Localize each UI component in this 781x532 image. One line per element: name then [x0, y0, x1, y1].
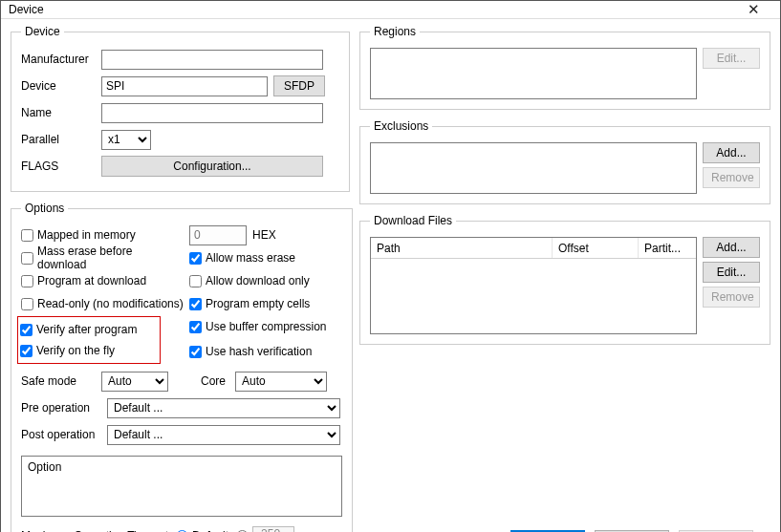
download-files-legend: Download Files — [370, 214, 456, 227]
regions-group: Regions Edit... — [359, 25, 770, 110]
titlebar: Device ✕ — [1, 1, 780, 19]
download-files-remove-button: Remove — [703, 287, 760, 308]
device-label: Device — [21, 79, 96, 93]
manufacturer-label: Manufacturer — [21, 53, 96, 66]
right-column: Regions Edit... Exclusions Add... Remove — [359, 25, 770, 532]
pre-op-select[interactable]: Default ... — [107, 398, 340, 418]
post-op-label: Post operation — [21, 428, 101, 441]
hex-input — [189, 225, 247, 245]
options-legend: Options — [21, 202, 68, 215]
download-files-add-button[interactable]: Add... — [703, 237, 760, 258]
safe-mode-select[interactable]: Auto — [101, 372, 168, 392]
device-group: Device Manufacturer Device SFDP Name Par… — [11, 25, 350, 192]
use-hash-checkbox[interactable]: Use hash verification — [189, 341, 342, 362]
parallel-label: Parallel — [21, 133, 96, 146]
exclusions-remove-button: Remove — [703, 167, 760, 188]
allow-mass-erase-checkbox[interactable]: Allow mass erase — [189, 247, 342, 268]
regions-legend: Regions — [370, 25, 420, 38]
timeout-custom-radio[interactable]: 250 — [236, 526, 294, 532]
core-select[interactable]: Auto — [235, 372, 327, 392]
sfdp-button[interactable]: SFDP — [273, 75, 325, 96]
program-at-download-checkbox[interactable]: Program at download — [21, 270, 184, 291]
option-textarea[interactable]: Option — [21, 456, 342, 517]
verify-after-checkbox[interactable]: Verify after program — [20, 319, 158, 340]
pre-op-label: Pre operation — [21, 401, 101, 415]
download-files-header: Path Offset Partit... — [371, 238, 696, 259]
manufacturer-input[interactable] — [101, 50, 323, 70]
flags-label: FLAGS — [21, 160, 96, 173]
allow-download-only-checkbox[interactable]: Allow download only — [189, 270, 342, 291]
read-only-checkbox[interactable]: Read-only (no modifications) — [21, 293, 184, 314]
exclusions-group: Exclusions Add... Remove — [359, 119, 770, 204]
exclusions-add-button[interactable]: Add... — [703, 142, 760, 163]
program-empty-checkbox[interactable]: Program empty cells — [189, 293, 342, 314]
post-op-select[interactable]: Default ... — [107, 425, 340, 445]
device-input[interactable] — [101, 76, 268, 96]
dialog-footer: OK Cancel Help — [359, 520, 770, 532]
verify-highlight-box: Verify after program Verify on the fly — [17, 316, 161, 364]
download-files-edit-button[interactable]: Edit... — [703, 262, 760, 283]
download-files-table[interactable]: Path Offset Partit... — [370, 237, 697, 334]
content-area: Device Manufacturer Device SFDP Name Par… — [1, 19, 780, 532]
safe-mode-label: Safe mode — [21, 374, 96, 388]
exclusions-legend: Exclusions — [370, 119, 432, 133]
hex-row: HEX — [189, 224, 342, 245]
regions-edit-button: Edit... — [703, 48, 760, 69]
regions-listbox[interactable] — [370, 48, 697, 99]
mass-erase-before-checkbox[interactable]: Mass erase before download — [21, 247, 184, 268]
col-offset[interactable]: Offset — [553, 238, 639, 258]
configuration-button[interactable]: Configuration... — [101, 156, 323, 177]
download-files-group: Download Files Path Offset Partit... Add… — [359, 214, 770, 345]
use-buffer-compression-checkbox[interactable]: Use buffer compression — [189, 316, 342, 337]
verify-on-fly-checkbox[interactable]: Verify on the fly — [20, 340, 158, 361]
col-partition[interactable]: Partit... — [639, 238, 696, 258]
mapped-in-memory-checkbox[interactable]: Mapped in memory — [21, 224, 184, 245]
exclusions-listbox[interactable] — [370, 142, 697, 194]
core-label: Core — [201, 374, 229, 388]
device-dialog: Device ✕ Device Manufacturer Device SFDP… — [0, 0, 781, 532]
options-group: Options Mapped in memory HEX Mass erase … — [11, 202, 353, 532]
window-title: Device — [9, 3, 734, 16]
device-legend: Device — [21, 25, 64, 38]
col-path[interactable]: Path — [371, 238, 553, 258]
name-label: Name — [21, 106, 96, 119]
parallel-select[interactable]: x1 — [101, 130, 151, 150]
hex-label: HEX — [252, 228, 276, 242]
close-icon[interactable]: ✕ — [734, 1, 772, 18]
name-input[interactable] — [101, 103, 323, 123]
left-column: Device Manufacturer Device SFDP Name Par… — [11, 25, 350, 532]
timeout-spinner[interactable]: 250 — [252, 526, 294, 532]
